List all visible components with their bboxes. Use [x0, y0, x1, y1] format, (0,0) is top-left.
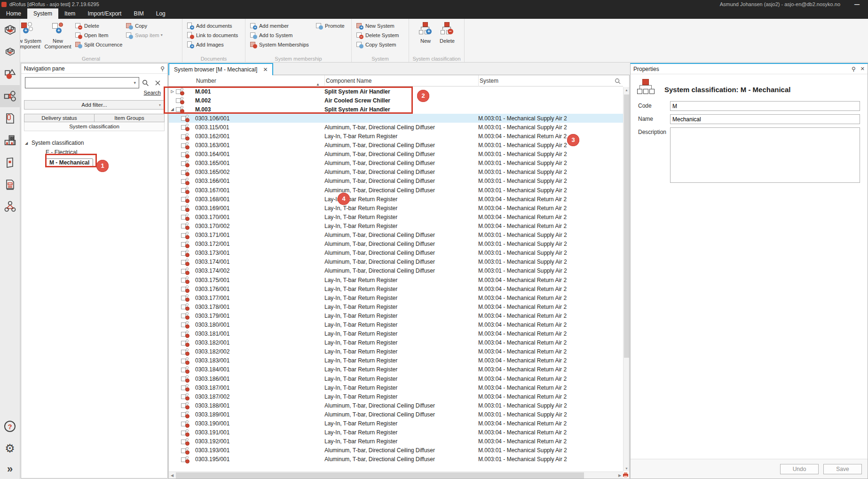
delete-button[interactable]: Delete: [75, 22, 122, 30]
table-row[interactable]: 0303.187/002 Lay-In, T-bar Return Regist…: [169, 392, 623, 401]
new-system-button[interactable]: New System: [356, 22, 399, 30]
tab-item-groups[interactable]: Item Groups: [95, 114, 165, 122]
scroll-left-icon[interactable]: ◀: [169, 472, 175, 479]
table-row[interactable]: 0303.174/002 Aluminum, T-bar, Directiona…: [169, 267, 623, 275]
copy-system-button[interactable]: Copy System: [356, 40, 399, 48]
table-row[interactable]: 0303.165/002 Aluminum, T-bar, Directiona…: [169, 168, 623, 177]
sidebar-item-attachments[interactable]: [0, 107, 20, 129]
table-row[interactable]: 0303.182/002 Lay-In, T-bar Return Regist…: [169, 347, 623, 356]
table-row[interactable]: 0303.193/001 Aluminum, T-bar, Directiona…: [169, 446, 623, 455]
scroll-down-icon[interactable]: ▼: [623, 465, 630, 471]
promote-button[interactable]: Promote: [316, 22, 345, 30]
pin-icon[interactable]: ⚲: [160, 65, 165, 72]
vertical-scrollbar[interactable]: ▲ ▼: [623, 87, 629, 471]
menu-import-export[interactable]: Import/Export: [81, 8, 127, 19]
horizontal-scroll-thumb[interactable]: [176, 472, 584, 479]
description-field[interactable]: [670, 127, 860, 183]
table-row[interactable]: 0303.169/001 Lay-In, T-bar Return Regist…: [169, 204, 623, 212]
table-row[interactable]: 0303.172/001 Aluminum, T-bar, Directiona…: [169, 240, 623, 249]
table-row[interactable]: 0303.183/001 Lay-In, T-bar Return Regist…: [169, 356, 623, 365]
sidebar-item-rooms[interactable]: [0, 19, 20, 41]
table-row[interactable]: 0303.189/001 Aluminum, T-bar, Directiona…: [169, 410, 623, 419]
table-row[interactable]: 0303.106/001 M.003:01 - Mechanical Suppl…: [169, 114, 623, 123]
table-row[interactable]: 0303.170/001 Lay-In, T-bar Return Regist…: [169, 212, 623, 221]
clear-search-button[interactable]: [151, 77, 164, 88]
menu-system[interactable]: System: [27, 8, 58, 19]
open-item-button[interactable]: Open Item: [75, 31, 122, 39]
system-memberships-button[interactable]: System Memberships: [250, 40, 312, 48]
table-row[interactable]: 0303.162/001 Lay-In, T-bar Return Regist…: [169, 132, 623, 141]
table-row[interactable]: 0303.167/001 Aluminum, T-bar, Directiona…: [169, 186, 623, 195]
table-row[interactable]: 0303.182/001 Lay-In, T-bar Return Regist…: [169, 338, 623, 347]
table-row[interactable]: 0303.186/001 Lay-In, T-bar Return Regist…: [169, 374, 623, 383]
column-header-component-name[interactable]: Component Name: [324, 75, 478, 86]
scroll-right-icon[interactable]: ▶: [616, 472, 623, 479]
minimize-button[interactable]: —: [854, 1, 860, 7]
undo-button[interactable]: Undo: [780, 464, 819, 474]
vertical-scroll-thumb[interactable]: [624, 94, 629, 358]
table-row[interactable]: 0303.174/001 Aluminum, T-bar, Directiona…: [169, 258, 623, 267]
tree-expanded-icon[interactable]: ◢: [25, 139, 28, 148]
code-field[interactable]: [670, 101, 860, 111]
table-row[interactable]: 0303.188/001 Aluminum, T-bar, Directiona…: [169, 401, 623, 410]
close-pane-icon[interactable]: ✕: [860, 66, 865, 72]
search-input[interactable]: [25, 78, 131, 88]
tree-node-root[interactable]: ◢ System classification: [21, 139, 167, 148]
table-row[interactable]: 0303.163/001 Aluminum, T-bar, Directiona…: [169, 141, 623, 150]
table-row[interactable]: 0303.184/001 Lay-In, T-bar Return Regist…: [169, 365, 623, 374]
tab-system-browser[interactable]: System browser [M - Mechanical] ✕: [168, 63, 273, 75]
split-occurrence-button[interactable]: Split Occurrence: [75, 40, 122, 48]
name-field[interactable]: [670, 114, 860, 124]
scroll-up-icon[interactable]: ▲: [623, 87, 630, 93]
table-row[interactable]: 0303.181/001 Lay-In, T-bar Return Regist…: [169, 330, 623, 338]
new-component-button[interactable]: + New Component: [42, 21, 73, 49]
menu-log[interactable]: Log: [150, 8, 172, 19]
close-tab-icon[interactable]: ✕: [263, 66, 268, 73]
delete-system-button[interactable]: Delete System: [356, 31, 399, 39]
copy-button[interactable]: Copy: [126, 22, 162, 30]
add-images-button[interactable]: Add Images: [187, 40, 238, 48]
sidebar-item-systems[interactable]: [0, 85, 20, 107]
swap-item-button[interactable]: Swap item▾: [126, 31, 162, 39]
table-row[interactable]: 0303.170/002 Lay-In, T-bar Return Regist…: [169, 221, 623, 230]
pin-icon[interactable]: ⚲: [852, 66, 856, 72]
table-row[interactable]: 0303.166/001 Aluminum, T-bar, Directiona…: [169, 177, 623, 186]
table-row[interactable]: 0303.178/001 Lay-In, T-bar Return Regist…: [169, 302, 623, 311]
link-to-documents-button[interactable]: Link to documents: [187, 31, 238, 39]
table-row[interactable]: 0303.195/001 Aluminum, T-bar, Directiona…: [169, 455, 623, 464]
table-row[interactable]: 0303.179/001 Lay-In, T-bar Return Regist…: [169, 311, 623, 320]
tab-delivery-status[interactable]: Delivery status: [24, 114, 95, 122]
menu-bim[interactable]: BIM: [127, 8, 150, 19]
grid-print-icon[interactable]: [623, 472, 629, 478]
table-row[interactable]: 0303.176/001 Lay-In, T-bar Return Regist…: [169, 284, 623, 293]
column-header-number[interactable]: Number▲: [195, 75, 324, 86]
sidebar-item-settings[interactable]: ⚙: [0, 437, 20, 459]
add-member-button[interactable]: Add member: [250, 22, 312, 30]
table-row[interactable]: 0303.164/001 Aluminum, T-bar, Directiona…: [169, 150, 623, 159]
search-button[interactable]: [139, 77, 151, 88]
delete-classification-button[interactable]: − Delete: [436, 21, 458, 44]
save-button[interactable]: Save: [823, 464, 862, 474]
table-row[interactable]: 0303.191/001 Lay-In, T-bar Return Regist…: [169, 428, 623, 437]
chevron-down-icon[interactable]: ▾: [131, 80, 139, 85]
add-documents-button[interactable]: Add documents: [187, 22, 238, 30]
sidebar-item-network[interactable]: [0, 196, 20, 218]
table-row[interactable]: 0303.165/001 Aluminum, T-bar, Directiona…: [169, 159, 623, 168]
new-classification-button[interactable]: + New: [415, 21, 436, 44]
table-row[interactable]: 0303.177/001 Lay-In, T-bar Return Regist…: [169, 293, 623, 302]
search-link[interactable]: Search: [21, 90, 161, 95]
add-to-system-button[interactable]: Add to System: [250, 31, 312, 39]
table-row[interactable]: 0303.192/001 Lay-In, T-bar Return Regist…: [169, 437, 623, 446]
table-row[interactable]: 0303.173/001 Aluminum, T-bar, Directiona…: [169, 249, 623, 258]
table-row[interactable]: 0303.180/001 Lay-In, T-bar Return Regist…: [169, 320, 623, 329]
sidebar-item-reports[interactable]: [0, 173, 20, 196]
column-header-system[interactable]: System: [478, 75, 623, 86]
sidebar-expand-button[interactable]: »: [0, 459, 20, 479]
table-row[interactable]: 0303.175/001 Lay-In, T-bar Return Regist…: [169, 275, 623, 284]
sidebar-item-products[interactable]: [0, 151, 20, 173]
menu-home[interactable]: Home: [0, 8, 27, 19]
sidebar-item-room-data[interactable]: [0, 41, 20, 63]
menu-item[interactable]: Item: [58, 8, 81, 19]
table-row[interactable]: 0303.171/001 Aluminum, T-bar, Directiona…: [169, 231, 623, 240]
sidebar-item-buildings[interactable]: [0, 129, 20, 151]
